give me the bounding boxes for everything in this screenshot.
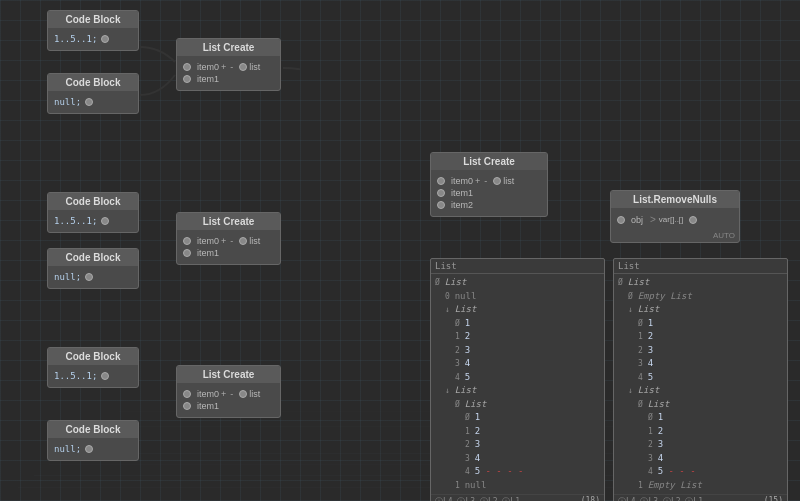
list-create-1-item1-port[interactable] [183,75,191,83]
tree-item: 0 null [435,290,600,304]
code-block-2b-value: null; [54,272,81,282]
list-create-2-plus[interactable]: + [221,236,226,246]
remove-nulls-auto-label: AUTO [611,231,739,242]
list-create-2-minus[interactable]: - [230,236,233,246]
list-create-main-minus[interactable]: - [484,176,487,186]
list-create-1-out-label: list [249,62,260,72]
list-create-3-item1-port[interactable] [183,402,191,410]
code-block-2a-value: 1..5..1; [54,216,97,226]
data-panel-right: List Ø List Ø Empty List ↓ List Ø 1 1 2 … [613,258,788,501]
code-block-1a-value: 1..5..1; [54,34,97,44]
list-create-main-item1-label: item1 [451,188,473,198]
code-block-3b-out-port[interactable] [85,445,93,453]
tree-item: 2 3 [435,438,600,452]
data-panel-left-body: Ø List 0 null ↓ List Ø 1 1 2 2 3 3 4 4 5… [431,274,604,494]
remove-nulls-arrow: > [650,214,656,225]
code-block-2a-out-port[interactable] [101,217,109,225]
tree-item: 3 4 [435,452,600,466]
data-panel-left: List Ø List 0 null ↓ List Ø 1 1 2 2 3 3 … [430,258,605,501]
list-create-main-item1-port[interactable] [437,189,445,197]
list-create-1-item0-label: item0 [197,62,219,72]
remove-nulls-in-label: obj [631,215,643,225]
list-create-1-header: List Create [177,39,280,56]
code-block-2a: Code Block 1..5..1; [47,192,139,233]
list-create-1-item0-port[interactable] [183,63,191,71]
code-block-3b: Code Block null; [47,420,139,461]
list-create-3-minus[interactable]: - [230,389,233,399]
code-block-2a-header: Code Block [48,193,138,210]
tree-item: Ø Empty List [618,290,783,304]
code-block-1b-value: null; [54,97,81,107]
list-create-main-header: List Create [431,153,547,170]
tree-item: 1 2 [435,330,600,344]
list-create-2-out-label: list [249,236,260,246]
list-create-1-item1-label: item1 [197,74,219,84]
tree-item: 1 Empty List [618,479,783,493]
tree-item: 2 3 [435,344,600,358]
list-create-3-item0-port[interactable] [183,390,191,398]
code-block-1b-out-port[interactable] [85,98,93,106]
list-create-1-out-port[interactable] [239,63,247,71]
tree-item: ↓ List [435,384,600,398]
list-create-1: List Create item0 + - list item1 [176,38,281,91]
data-panel-right-header: List [614,259,787,274]
code-block-2b: Code Block null; [47,248,139,289]
list-create-1-plus[interactable]: + [221,62,226,72]
data-panel-right-footer: ⓘL4 ⓘL3 ⓘL2 ⓘL1 (15) [614,494,787,501]
tree-item: 1 2 [435,425,600,439]
list-create-2-item1-port[interactable] [183,249,191,257]
code-block-2b-header: Code Block [48,249,138,266]
tree-item: Ø 1 [435,411,600,425]
data-panel-left-footer: ⓘL4 ⓘL3 ⓘL2 ⓘL1 (18) [431,494,604,501]
list-create-3-header: List Create [177,366,280,383]
list-create-3-out-port[interactable] [239,390,247,398]
tree-item: 4 5 - - - - [435,465,600,479]
tree-item: Ø 1 [618,317,783,331]
code-block-1b-header: Code Block [48,74,138,91]
panel-footer-breadcrumb: ⓘL4 ⓘL3 ⓘL2 ⓘL1 [435,497,520,501]
tree-item: 4 5 [435,371,600,385]
code-block-3b-value: null; [54,444,81,454]
data-panel-left-header: List [431,259,604,274]
tree-item: ↓ List [618,384,783,398]
data-panel-right-body: Ø List Ø Empty List ↓ List Ø 1 1 2 2 3 3… [614,274,787,494]
list-create-1-minus[interactable]: - [230,62,233,72]
list-create-2-header: List Create [177,213,280,230]
tree-item: Ø List [618,276,783,290]
list-create-2-item0-port[interactable] [183,237,191,245]
list-create-main-item0-port[interactable] [437,177,445,185]
remove-nulls-in-port[interactable] [617,216,625,224]
tree-item: Ø 1 [618,411,783,425]
tree-item: 1 null [435,479,600,493]
code-block-1b: Code Block null; [47,73,139,114]
code-block-3b-header: Code Block [48,421,138,438]
code-block-3a: Code Block 1..5..1; [47,347,139,388]
list-create-main-item2-port[interactable] [437,201,445,209]
list-create-main-out-port[interactable] [493,177,501,185]
code-block-1a-out-port[interactable] [101,35,109,43]
tree-item: 2 3 [618,344,783,358]
panel-count-left: (18) [581,496,600,501]
tree-item: 3 4 [435,357,600,371]
list-create-2-item0-label: item0 [197,236,219,246]
list-create-main: List Create item0 + - list item1 item2 [430,152,548,217]
tree-item: 1 2 [618,425,783,439]
remove-nulls-header: List.RemoveNulls [611,191,739,208]
code-block-1a: Code Block 1..5..1; [47,10,139,51]
remove-nulls-node: List.RemoveNulls obj > var[]..[] AUTO [610,190,740,243]
list-create-2-out-port[interactable] [239,237,247,245]
tree-item: 3 4 [618,357,783,371]
remove-nulls-out-port[interactable] [689,216,697,224]
code-block-2b-out-port[interactable] [85,273,93,281]
panel-footer-right-breadcrumb: ⓘL4 ⓘL3 ⓘL2 ⓘL1 [618,497,703,501]
tree-item: 4 5 - - - [618,465,783,479]
list-create-main-item0-label: item0 [451,176,473,186]
code-block-3a-out-port[interactable] [101,372,109,380]
list-create-3-plus[interactable]: + [221,389,226,399]
tree-item: 4 5 [618,371,783,385]
list-create-main-plus[interactable]: + [475,176,480,186]
tree-item: 1 2 [618,330,783,344]
list-create-3-item1-label: item1 [197,401,219,411]
list-create-3: List Create item0 + - list item1 [176,365,281,418]
list-create-3-out-label: list [249,389,260,399]
